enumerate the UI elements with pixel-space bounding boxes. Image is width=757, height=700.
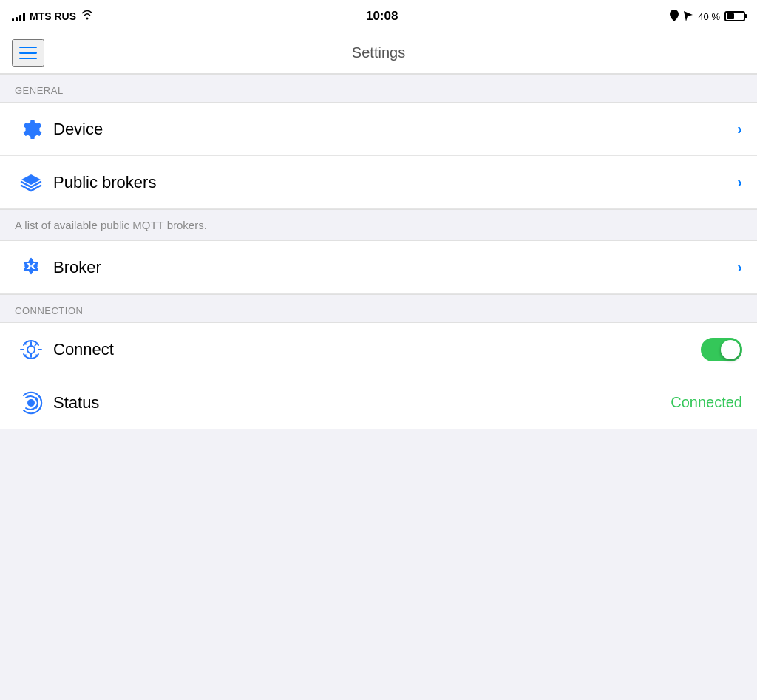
hamburger-button[interactable] <box>12 39 44 67</box>
wifi-icon <box>81 10 94 23</box>
general-list: Device › Public brokers › <box>0 103 757 209</box>
status-bar-left: MTS RUS <box>12 10 94 23</box>
hamburger-line-3 <box>19 58 37 60</box>
gear-icon <box>15 113 47 146</box>
section-header-general: GENERAL <box>0 74 757 103</box>
svg-point-0 <box>27 399 35 407</box>
page-title: Settings <box>352 44 405 61</box>
device-label: Device <box>53 120 737 139</box>
broker-label: Broker <box>53 258 737 277</box>
status-label: Status <box>53 393 671 412</box>
connect-label: Connect <box>53 340 701 359</box>
connection-list: Connect Status Connected <box>0 323 757 429</box>
hamburger-line-1 <box>19 47 37 49</box>
layers-icon <box>15 166 47 199</box>
status-bar-right: 40 % <box>670 10 745 24</box>
section-header-connection: CONNECTION <box>0 294 757 323</box>
carrier-label: MTS RUS <box>30 10 76 22</box>
battery-percent: 40 % <box>698 11 720 22</box>
navigation-icon <box>683 10 693 23</box>
nav-bar: Settings <box>0 33 757 74</box>
signal-bars-icon <box>12 11 25 21</box>
device-row[interactable]: Device › <box>0 103 757 156</box>
connect-row[interactable]: Connect <box>0 323 757 376</box>
broker-icon <box>15 251 47 284</box>
status-value: Connected <box>671 394 742 411</box>
broker-list: Broker › <box>0 241 757 294</box>
status-icon <box>15 387 47 419</box>
location-icon <box>670 10 679 24</box>
public-brokers-chevron-icon: › <box>737 174 742 191</box>
battery-icon <box>724 11 745 21</box>
status-row[interactable]: Status Connected <box>0 376 757 429</box>
connect-toggle[interactable] <box>701 338 742 361</box>
public-brokers-description: A list of available public MQTT brokers. <box>0 209 757 241</box>
status-bar: MTS RUS 10:08 40 % <box>0 0 757 33</box>
status-time: 10:08 <box>366 9 398 24</box>
device-chevron-icon: › <box>737 120 742 137</box>
public-brokers-label: Public brokers <box>53 173 737 192</box>
broker-chevron-icon: › <box>737 259 742 276</box>
broker-row[interactable]: Broker › <box>0 241 757 294</box>
toggle-thumb <box>721 340 740 359</box>
public-brokers-row[interactable]: Public brokers › <box>0 156 757 209</box>
hamburger-line-2 <box>19 52 37 54</box>
connect-icon <box>15 333 47 366</box>
